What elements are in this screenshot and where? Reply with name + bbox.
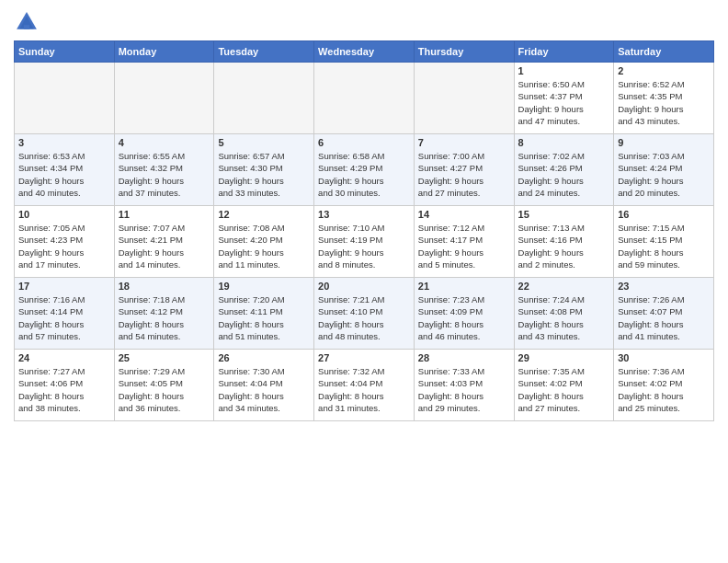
day-number: 20 [318, 281, 410, 292]
day-info: Sunrise: 7:33 AM Sunset: 4:03 PM Dayligh… [418, 365, 510, 414]
logo [14, 9, 43, 35]
page: SundayMondayTuesdayWednesdayThursdayFrid… [0, 0, 728, 563]
calendar-week-row: 24Sunrise: 7:27 AM Sunset: 4:06 PM Dayli… [15, 350, 714, 421]
calendar-cell: 12Sunrise: 7:08 AM Sunset: 4:20 PM Dayli… [214, 206, 314, 278]
day-info: Sunrise: 7:05 AM Sunset: 4:23 PM Dayligh… [18, 222, 110, 270]
day-info: Sunrise: 7:23 AM Sunset: 4:09 PM Dayligh… [418, 293, 510, 342]
calendar-week-row: 10Sunrise: 7:05 AM Sunset: 4:23 PM Dayli… [15, 206, 714, 278]
day-info: Sunrise: 7:21 AM Sunset: 4:10 PM Dayligh… [318, 293, 410, 342]
day-number: 3 [18, 137, 110, 148]
calendar-cell: 2Sunrise: 6:52 AM Sunset: 4:35 PM Daylig… [614, 63, 714, 134]
calendar-cell: 23Sunrise: 7:26 AM Sunset: 4:07 PM Dayli… [614, 278, 714, 350]
day-info: Sunrise: 7:08 AM Sunset: 4:20 PM Dayligh… [218, 222, 310, 270]
day-info: Sunrise: 6:55 AM Sunset: 4:32 PM Dayligh… [119, 150, 210, 199]
calendar-cell: 17Sunrise: 7:16 AM Sunset: 4:14 PM Dayli… [15, 278, 115, 350]
weekday-header-wednesday: Wednesday [314, 41, 415, 63]
calendar-cell: 19Sunrise: 7:20 AM Sunset: 4:11 PM Dayli… [214, 278, 314, 350]
weekday-header-sunday: Sunday [15, 41, 115, 63]
calendar-cell [414, 63, 514, 134]
day-number: 29 [518, 352, 610, 363]
weekday-header-thursday: Thursday [414, 41, 514, 63]
day-number: 6 [318, 137, 410, 148]
day-number: 17 [18, 281, 110, 292]
day-number: 12 [218, 209, 310, 220]
day-number: 15 [518, 209, 610, 220]
day-info: Sunrise: 6:58 AM Sunset: 4:29 PM Dayligh… [318, 150, 410, 199]
calendar-cell: 22Sunrise: 7:24 AM Sunset: 4:08 PM Dayli… [514, 278, 614, 350]
calendar-table: SundayMondayTuesdayWednesdayThursdayFrid… [14, 40, 714, 421]
calendar-cell [214, 63, 314, 134]
calendar-week-row: 3Sunrise: 6:53 AM Sunset: 4:34 PM Daylig… [15, 134, 714, 206]
day-info: Sunrise: 6:53 AM Sunset: 4:34 PM Dayligh… [18, 150, 110, 199]
day-number: 4 [119, 137, 210, 148]
day-number: 18 [119, 281, 210, 292]
day-info: Sunrise: 7:36 AM Sunset: 4:02 PM Dayligh… [618, 365, 710, 414]
calendar-cell: 7Sunrise: 7:00 AM Sunset: 4:27 PM Daylig… [414, 134, 514, 206]
day-info: Sunrise: 7:15 AM Sunset: 4:15 PM Dayligh… [618, 222, 710, 270]
calendar-cell: 4Sunrise: 6:55 AM Sunset: 4:32 PM Daylig… [114, 134, 214, 206]
calendar-cell: 9Sunrise: 7:03 AM Sunset: 4:24 PM Daylig… [614, 134, 714, 206]
day-number: 21 [418, 281, 510, 292]
logo-icon [14, 9, 40, 35]
calendar-cell: 6Sunrise: 6:58 AM Sunset: 4:29 PM Daylig… [314, 134, 415, 206]
calendar-cell: 21Sunrise: 7:23 AM Sunset: 4:09 PM Dayli… [414, 278, 514, 350]
calendar-week-row: 17Sunrise: 7:16 AM Sunset: 4:14 PM Dayli… [15, 278, 714, 350]
day-number: 24 [18, 352, 110, 363]
day-info: Sunrise: 6:57 AM Sunset: 4:30 PM Dayligh… [218, 150, 310, 199]
day-info: Sunrise: 7:10 AM Sunset: 4:19 PM Dayligh… [318, 222, 410, 270]
day-info: Sunrise: 7:24 AM Sunset: 4:08 PM Dayligh… [518, 293, 610, 342]
weekday-header-tuesday: Tuesday [214, 41, 314, 63]
day-info: Sunrise: 7:27 AM Sunset: 4:06 PM Dayligh… [18, 365, 110, 414]
day-number: 13 [318, 209, 410, 220]
calendar-cell: 18Sunrise: 7:18 AM Sunset: 4:12 PM Dayli… [114, 278, 214, 350]
day-info: Sunrise: 7:20 AM Sunset: 4:11 PM Dayligh… [218, 293, 310, 342]
day-number: 1 [518, 65, 610, 76]
calendar-cell: 1Sunrise: 6:50 AM Sunset: 4:37 PM Daylig… [514, 63, 614, 134]
calendar-cell: 15Sunrise: 7:13 AM Sunset: 4:16 PM Dayli… [514, 206, 614, 278]
day-info: Sunrise: 7:26 AM Sunset: 4:07 PM Dayligh… [618, 293, 710, 342]
calendar-cell: 3Sunrise: 6:53 AM Sunset: 4:34 PM Daylig… [15, 134, 115, 206]
calendar-cell: 24Sunrise: 7:27 AM Sunset: 4:06 PM Dayli… [15, 350, 115, 421]
day-number: 22 [518, 281, 610, 292]
day-number: 25 [119, 352, 210, 363]
day-number: 7 [418, 137, 510, 148]
calendar-cell [314, 63, 415, 134]
weekday-header-row: SundayMondayTuesdayWednesdayThursdayFrid… [15, 41, 714, 63]
day-info: Sunrise: 7:00 AM Sunset: 4:27 PM Dayligh… [418, 150, 510, 199]
day-number: 23 [618, 281, 710, 292]
calendar-cell [114, 63, 214, 134]
day-number: 9 [618, 137, 710, 148]
weekday-header-monday: Monday [114, 41, 214, 63]
day-number: 26 [218, 352, 310, 363]
day-number: 16 [618, 209, 710, 220]
calendar-cell: 25Sunrise: 7:29 AM Sunset: 4:05 PM Dayli… [114, 350, 214, 421]
day-info: Sunrise: 7:16 AM Sunset: 4:14 PM Dayligh… [18, 293, 110, 342]
calendar-cell: 5Sunrise: 6:57 AM Sunset: 4:30 PM Daylig… [214, 134, 314, 206]
calendar-cell: 10Sunrise: 7:05 AM Sunset: 4:23 PM Dayli… [15, 206, 115, 278]
weekday-header-saturday: Saturday [614, 41, 714, 63]
svg-rect-3 [24, 25, 29, 29]
calendar-cell: 16Sunrise: 7:15 AM Sunset: 4:15 PM Dayli… [614, 206, 714, 278]
day-number: 14 [418, 209, 510, 220]
day-number: 8 [518, 137, 610, 148]
day-number: 10 [18, 209, 110, 220]
day-number: 2 [618, 65, 710, 76]
calendar-week-row: 1Sunrise: 6:50 AM Sunset: 4:37 PM Daylig… [15, 63, 714, 134]
day-info: Sunrise: 7:30 AM Sunset: 4:04 PM Dayligh… [218, 365, 310, 414]
day-info: Sunrise: 7:32 AM Sunset: 4:04 PM Dayligh… [318, 365, 410, 414]
day-info: Sunrise: 6:50 AM Sunset: 4:37 PM Dayligh… [518, 78, 610, 127]
day-info: Sunrise: 7:12 AM Sunset: 4:17 PM Dayligh… [418, 222, 510, 270]
day-info: Sunrise: 7:18 AM Sunset: 4:12 PM Dayligh… [119, 293, 210, 342]
day-info: Sunrise: 7:07 AM Sunset: 4:21 PM Dayligh… [119, 222, 210, 270]
day-info: Sunrise: 7:02 AM Sunset: 4:26 PM Dayligh… [518, 150, 610, 199]
calendar-cell: 13Sunrise: 7:10 AM Sunset: 4:19 PM Dayli… [314, 206, 415, 278]
day-number: 11 [119, 209, 210, 220]
calendar-cell: 26Sunrise: 7:30 AM Sunset: 4:04 PM Dayli… [214, 350, 314, 421]
day-number: 27 [318, 352, 410, 363]
day-number: 5 [218, 137, 310, 148]
calendar-cell: 8Sunrise: 7:02 AM Sunset: 4:26 PM Daylig… [514, 134, 614, 206]
calendar-cell [15, 63, 115, 134]
day-info: Sunrise: 7:35 AM Sunset: 4:02 PM Dayligh… [518, 365, 610, 414]
weekday-header-friday: Friday [514, 41, 614, 63]
day-info: Sunrise: 7:13 AM Sunset: 4:16 PM Dayligh… [518, 222, 610, 270]
